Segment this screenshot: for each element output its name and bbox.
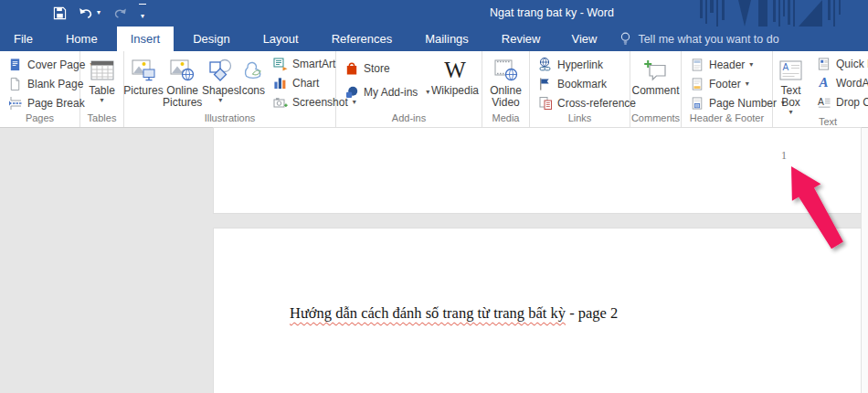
my-addins-icon (344, 85, 359, 101)
bookmark-button[interactable]: Bookmark (535, 74, 630, 93)
cross-reference-icon (537, 95, 553, 111)
group-label-media: Media (482, 112, 529, 127)
wordart-button[interactable]: A WordArt ▾ (813, 73, 868, 92)
chevron-down-icon: ▾ (749, 61, 753, 69)
drop-cap-button[interactable]: A Drop Cap ▾ (813, 92, 868, 112)
online-pictures-label: Online Pictures (163, 85, 202, 109)
undo-button[interactable]: ▾ (79, 4, 101, 22)
hyperlink-label: Hyperlink (557, 58, 603, 71)
screenshot-button[interactable]: Screenshot ▾ (270, 92, 335, 112)
online-video-button[interactable]: Online Video (487, 51, 525, 112)
chart-button[interactable]: Chart (270, 73, 335, 92)
header-label: Header (709, 58, 745, 71)
online-video-icon (493, 55, 518, 85)
tell-me-label: Tell me what you want to do (638, 33, 778, 46)
tab-file[interactable]: File (0, 27, 47, 51)
group-label-pages: Pages (0, 112, 79, 127)
tab-layout[interactable]: Layout (249, 27, 312, 51)
quick-access-toolbar: ▾ ▾ (53, 3, 146, 23)
scrollbar[interactable] (861, 128, 868, 393)
redo-icon (112, 6, 127, 19)
icons-duck-icon (240, 55, 264, 85)
text-box-button[interactable]: A Text Box ▾ (773, 51, 809, 116)
page-break-icon (7, 95, 23, 111)
shapes-button[interactable]: Shapes ▾ (202, 51, 238, 112)
wikipedia-icon: W (444, 55, 466, 85)
tab-references[interactable]: References (318, 27, 406, 51)
chevron-down-icon: ▾ (746, 80, 749, 88)
group-label-tables: Tables (80, 112, 123, 127)
pictures-label: Pictures (123, 85, 163, 97)
my-addins-label: My Add-ins (364, 86, 418, 99)
redo-button[interactable] (112, 4, 127, 22)
icons-button[interactable]: Icons (238, 51, 265, 112)
title-bar: ▾ ▾ Ngat trang bat ky - Word (0, 0, 868, 27)
quick-parts-button[interactable]: Quick Parts ▾ (813, 54, 868, 73)
table-button[interactable]: Table ▾ (89, 51, 115, 112)
document-area: 1 Hướng dẫn cách đánh số trang từ trang … (0, 128, 868, 393)
tab-review[interactable]: Review (488, 27, 555, 51)
tab-insert[interactable]: Insert (117, 27, 175, 51)
pictures-icon (132, 55, 156, 85)
undo-icon (79, 6, 94, 19)
save-button[interactable] (53, 4, 67, 22)
titlebar-decoration (694, 0, 868, 27)
quick-parts-icon (816, 56, 831, 71)
store-button[interactable]: Store (341, 57, 429, 80)
ribbon-group-tables: Table ▾ Tables (80, 51, 124, 127)
tab-design[interactable]: Design (179, 27, 243, 51)
cross-reference-button[interactable]: Cross-reference (535, 93, 630, 112)
bookmark-label: Bookmark (557, 78, 607, 90)
pictures-button[interactable]: Pictures (124, 51, 163, 112)
tab-home[interactable]: Home (52, 27, 111, 51)
cross-reference-label: Cross-reference (557, 97, 636, 110)
quick-parts-label: Quick Parts (836, 58, 868, 70)
page-break-button[interactable]: Page Break (5, 93, 79, 112)
lightbulb-icon (619, 32, 631, 46)
hyperlink-button[interactable]: Hyperlink (535, 55, 630, 74)
customize-quick-access-button[interactable]: ▾ (139, 4, 146, 22)
wikipedia-button[interactable]: W Wikipedia (429, 51, 482, 112)
header-button[interactable]: Header ▾ (686, 55, 772, 74)
cover-page-icon (7, 57, 23, 72)
online-video-label: Online Video (487, 85, 525, 109)
customize-toolbar-icon: ▾ (139, 4, 146, 22)
comment-button[interactable]: Comment (631, 51, 679, 112)
group-label-header-footer: Header & Footer (682, 112, 772, 127)
tab-view[interactable]: View (557, 27, 610, 51)
footer-button[interactable]: Footer ▾ (686, 74, 772, 93)
smartart-icon (272, 56, 288, 71)
chevron-down-icon: ▾ (218, 97, 222, 104)
tell-me-box[interactable]: Tell me what you want to do (610, 27, 788, 51)
smartart-button[interactable]: SmartArt (270, 54, 335, 73)
text-box-label: Text Box (777, 85, 806, 109)
chevron-down-icon: ▾ (97, 9, 101, 16)
heading-vietnamese-text: Hướng dẫn cách đánh số trang từ trang bấ… (290, 304, 566, 322)
tab-mailings[interactable]: Mailings (411, 27, 482, 51)
svg-text:A: A (818, 97, 824, 107)
drop-cap-label: Drop Cap (836, 96, 868, 109)
group-label-links: Links (530, 112, 630, 127)
chevron-down-icon: ▾ (789, 109, 792, 116)
document-heading[interactable]: Hướng dẫn cách đánh số trang từ trang bấ… (290, 304, 618, 323)
bookmark-flag-icon (537, 76, 553, 91)
ribbon-group-header-footer: Header ▾ Footer ▾ Page Number ▾ (682, 51, 773, 127)
my-addins-button[interactable]: My Add-ins ▾ (341, 80, 429, 104)
wordart-icon: A (816, 75, 831, 90)
page-number-label: Page Number (709, 97, 777, 110)
heading-suffix-text: - page 2 (566, 304, 618, 322)
shapes-icon (208, 55, 232, 85)
ribbon-group-links: Hyperlink Bookmark Cross-reference Links (530, 51, 630, 127)
group-label-addins: Add-ins (336, 112, 482, 127)
page-number-icon (689, 95, 704, 111)
online-pictures-button[interactable]: Online Pictures (163, 51, 202, 112)
footer-icon (689, 76, 704, 91)
header-icon (689, 57, 704, 72)
icons-label: Icons (238, 85, 265, 97)
blank-page-label: Blank Page (27, 78, 83, 90)
blank-page-button[interactable]: Blank Page (5, 74, 79, 93)
cover-page-button[interactable]: Cover Page ▾ (5, 55, 79, 74)
ribbon-group-media: Online Video Media (482, 51, 530, 127)
ribbon-group-pages: Cover Page ▾ Blank Page Page Break Pages (0, 51, 80, 127)
page-number-button[interactable]: Page Number ▾ (686, 93, 772, 112)
